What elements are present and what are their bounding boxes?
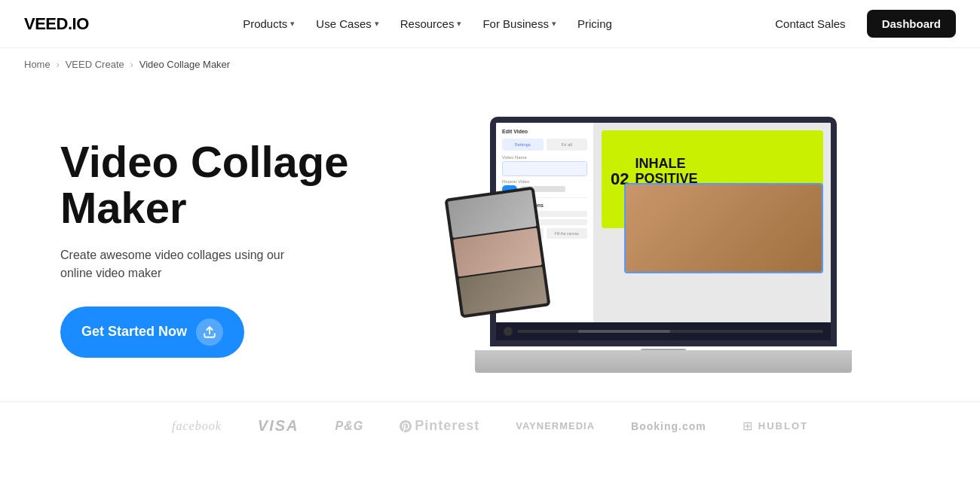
chevron-down-icon: ▾ [552,19,556,29]
chevron-down-icon: ▾ [457,19,461,29]
laptop-base [475,350,852,373]
filmstrip-overlay [444,186,550,318]
upload-icon [196,319,223,346]
cta-label: Get Started Now [81,324,187,340]
nav-use-cases[interactable]: Use Cases ▾ [307,11,387,36]
nav-resources[interactable]: Resources ▾ [391,11,471,36]
brand-logos-section: facebook VISA P&G Pinterest VAYNERMEDIA … [0,401,980,450]
nav-for-business[interactable]: For Business ▾ [473,11,565,36]
screen-canvas: 02 INHALE POSITIVE ENERGY [594,123,831,340]
panel-label-2: Repeat Video [502,179,587,184]
hero-right: Edit Video Settings Fit all Video Name R… [407,117,920,373]
brand-vayner: VAYNERMEDIA [516,420,595,432]
hero-title: Video Collage Maker [60,139,377,231]
screen-inner: Edit Video Settings Fit all Video Name R… [496,123,831,340]
navbar: VEED.IO Products ▾ Use Cases ▾ Resources… [0,0,980,48]
get-started-button[interactable]: Get Started Now [60,307,244,358]
brand-visa: VISA [258,417,299,435]
panel-title: Edit Video [502,129,587,134]
breadcrumb-sep-2: › [130,59,133,70]
screen-body: Edit Video Settings Fit all Video Name R… [496,144,831,340]
brand-pinterest: Pinterest [400,418,479,434]
chevron-down-icon: ▾ [375,19,379,29]
brand-hublot: ⊞ HUBLOT [743,419,808,433]
breadcrumb-veed-create[interactable]: VEED Create [66,59,124,70]
panel-field-name [502,161,587,176]
screen-timeline [496,322,831,340]
nav-links: Products ▾ Use Cases ▾ Resources ▾ For B… [234,11,621,36]
hero-subtitle: Create awesome video collages using our … [60,246,317,282]
contact-sales-link[interactable]: Contact Sales [766,11,854,36]
dashboard-button[interactable]: Dashboard [867,10,956,38]
breadcrumb: Home › VEED Create › Video Collage Maker [0,48,980,81]
brand-facebook: facebook [172,419,222,433]
nav-pricing[interactable]: Pricing [568,11,621,36]
brand-booking: Booking.com [631,420,706,432]
breadcrumb-home[interactable]: Home [24,59,51,70]
laptop-mockup: Edit Video Settings Fit all Video Name R… [475,117,852,373]
nav-right: Contact Sales Dashboard [766,10,956,38]
breadcrumb-sep-1: › [57,59,60,70]
panel-label-1: Video Name [502,155,587,160]
breadcrumb-current: Video Collage Maker [139,59,230,70]
nav-products[interactable]: Products ▾ [234,11,304,36]
brand-logo: VEED.IO [24,14,89,34]
hero-section: Video Collage Maker Create awesome video… [0,81,980,394]
brand-pg: P&G [335,419,363,433]
video-placeholder [626,185,822,272]
hero-left: Video Collage Maker Create awesome video… [60,139,377,358]
canvas-video-frame [624,183,823,273]
chevron-down-icon: ▾ [290,19,295,29]
laptop-screen: Edit Video Settings Fit all Video Name R… [490,117,837,346]
canvas-line1: INHALE [635,157,697,172]
